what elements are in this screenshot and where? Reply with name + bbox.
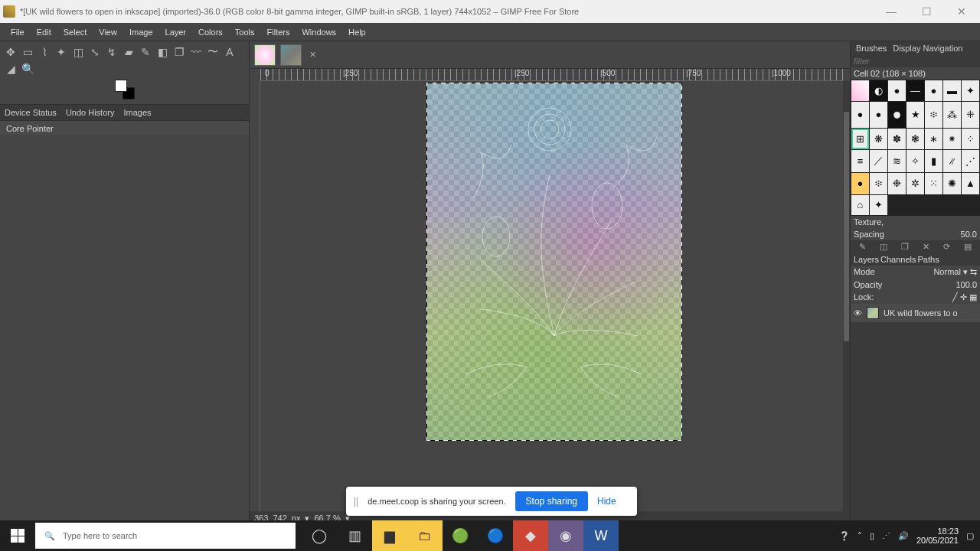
lock-alpha-icon[interactable]: ▦ bbox=[969, 292, 977, 302]
brush-item[interactable]: ✺ bbox=[943, 173, 961, 194]
tab-channels[interactable]: Channels bbox=[880, 255, 916, 264]
path-tool-icon[interactable]: 〜 bbox=[205, 44, 220, 60]
scrollbar-vertical[interactable] bbox=[843, 81, 850, 513]
taskbar-app[interactable]: ▥ bbox=[337, 520, 372, 551]
menu-image[interactable]: Image bbox=[123, 24, 159, 40]
tab-device-status[interactable]: Device Status bbox=[0, 105, 61, 120]
tab-brushes[interactable]: Brushes bbox=[854, 43, 889, 54]
brush-item[interactable]: ⁘ bbox=[962, 129, 979, 149]
brush-item[interactable]: ● bbox=[925, 80, 942, 101]
tray-help-icon[interactable]: ❔ bbox=[839, 531, 850, 541]
brush-item[interactable]: ⁙ bbox=[925, 173, 942, 194]
brush-item[interactable]: ⁂ bbox=[943, 102, 961, 129]
brush-item[interactable]: ● bbox=[851, 102, 869, 129]
layer-row[interactable]: 👁 UK wild flowers to o bbox=[851, 304, 980, 322]
taskbar-app-explorer[interactable]: 🗀 bbox=[407, 520, 443, 551]
move-tool-icon[interactable]: ✥ bbox=[3, 44, 18, 60]
brush-item[interactable]: ● bbox=[888, 102, 906, 129]
image-tab-1[interactable] bbox=[254, 44, 276, 66]
brush-item[interactable]: ≡ bbox=[851, 150, 869, 173]
menu-layer[interactable]: Layer bbox=[159, 24, 193, 40]
transform-tool-icon[interactable]: ⤡ bbox=[87, 44, 103, 60]
brush-item[interactable]: ❉ bbox=[888, 173, 906, 194]
menu-view[interactable]: View bbox=[93, 24, 123, 40]
menu-colors[interactable]: Colors bbox=[192, 24, 229, 40]
brush-item-selected[interactable]: ⊞ bbox=[851, 129, 869, 149]
brush-item[interactable]: ፨ bbox=[870, 173, 887, 194]
taskbar-app-edge[interactable]: 🔵 bbox=[478, 520, 513, 551]
brush-filter-input[interactable]: filter bbox=[854, 57, 870, 66]
taskbar-app-gimp[interactable]: ◉ bbox=[548, 520, 583, 551]
free-select-icon[interactable]: ⌇ bbox=[37, 44, 52, 60]
maximize-button[interactable]: ☐ bbox=[916, 5, 937, 18]
visibility-eye-icon[interactable]: 👁 bbox=[854, 308, 862, 318]
brush-item[interactable]: ／ bbox=[870, 150, 887, 173]
lock-pixels-icon[interactable]: ╱ bbox=[952, 292, 958, 302]
close-button[interactable]: ✕ bbox=[951, 5, 972, 18]
brush-item[interactable]: ✽ bbox=[888, 129, 906, 149]
pause-icon[interactable]: || bbox=[354, 496, 358, 507]
brush-item[interactable]: ⁜ bbox=[962, 102, 979, 129]
device-status-header[interactable]: Core Pointer bbox=[0, 121, 249, 135]
taskbar-app-word[interactable]: W bbox=[583, 520, 619, 551]
fuzzy-select-icon[interactable]: ✦ bbox=[54, 44, 69, 60]
brush-item[interactable]: ✦ bbox=[962, 80, 979, 101]
brush-item[interactable]: ❋ bbox=[870, 129, 887, 149]
brush-item[interactable]: ▬ bbox=[943, 80, 961, 101]
taskbar-app-red[interactable]: ◆ bbox=[513, 520, 548, 551]
brush-item[interactable] bbox=[851, 80, 869, 101]
brush-item[interactable]: ▲ bbox=[962, 173, 979, 194]
notifications-icon[interactable]: ▢ bbox=[966, 531, 974, 541]
tab-undo-history[interactable]: Undo History bbox=[61, 105, 119, 120]
taskbar-app-folder[interactable]: ▆ bbox=[372, 520, 407, 551]
new-brush-icon[interactable]: ◫ bbox=[880, 242, 887, 252]
eraser-tool-icon[interactable]: ◧ bbox=[155, 44, 170, 60]
brush-item[interactable]: ● bbox=[888, 80, 906, 101]
menu-select[interactable]: Select bbox=[57, 24, 93, 40]
brush-item[interactable]: ▮ bbox=[925, 150, 942, 173]
brush-item[interactable]: ፨ bbox=[925, 102, 942, 129]
spacing-value[interactable]: 50.0 bbox=[961, 230, 977, 239]
clone-tool-icon[interactable]: ❐ bbox=[172, 44, 187, 60]
brush-item[interactable]: ✦ bbox=[870, 195, 887, 216]
hide-share-button[interactable]: Hide bbox=[597, 496, 616, 507]
taskbar-clock[interactable]: 18:23 20/05/2021 bbox=[916, 527, 959, 545]
brush-item[interactable]: ✲ bbox=[906, 173, 924, 194]
smudge-tool-icon[interactable]: 〰 bbox=[188, 44, 204, 60]
stop-sharing-button[interactable]: Stop sharing bbox=[515, 491, 588, 511]
taskbar-app-chrome[interactable]: 🟢 bbox=[443, 520, 478, 551]
image-tab-2[interactable] bbox=[280, 44, 302, 66]
brush-item[interactable]: ✧ bbox=[906, 150, 924, 173]
fg-color-swatch[interactable] bbox=[115, 80, 127, 92]
tray-wifi-icon[interactable]: ⋰ bbox=[882, 531, 890, 541]
brush-item[interactable]: ❃ bbox=[906, 129, 924, 149]
fg-bg-swatch[interactable] bbox=[115, 80, 135, 99]
menu-edit[interactable]: Edit bbox=[31, 24, 57, 40]
mode-select[interactable]: Normal bbox=[933, 267, 960, 276]
menu-windows[interactable]: Windows bbox=[296, 24, 342, 40]
bucket-fill-icon[interactable]: ▰ bbox=[121, 44, 136, 60]
tray-chevron-up-icon[interactable]: ˄ bbox=[858, 531, 862, 541]
duplicate-brush-icon[interactable]: ❐ bbox=[901, 242, 909, 252]
pencil-tool-icon[interactable]: ✎ bbox=[138, 44, 153, 60]
tab-display-navigation[interactable]: Display Navigation bbox=[890, 43, 965, 54]
brush-item[interactable]: ⁕ bbox=[943, 129, 961, 149]
warp-tool-icon[interactable]: ↯ bbox=[104, 44, 119, 60]
brush-item[interactable]: ★ bbox=[906, 102, 924, 129]
edit-brush-icon[interactable]: ✎ bbox=[859, 242, 866, 252]
brush-item[interactable]: ⫽ bbox=[943, 150, 961, 173]
brush-item[interactable]: ⌂ bbox=[851, 195, 869, 216]
brush-item[interactable]: ◐ bbox=[870, 80, 887, 101]
layer-name[interactable]: UK wild flowers to o bbox=[884, 308, 958, 318]
close-tab-icon[interactable]: ✕ bbox=[306, 49, 318, 61]
menu-help[interactable]: Help bbox=[342, 24, 372, 40]
start-button[interactable] bbox=[0, 520, 35, 551]
brush-item[interactable]: ⋰ bbox=[962, 150, 979, 173]
opacity-value[interactable]: 100.0 bbox=[956, 280, 977, 289]
menu-file[interactable]: File bbox=[5, 24, 31, 40]
crop-tool-icon[interactable]: ◫ bbox=[70, 44, 86, 60]
menu-tools[interactable]: Tools bbox=[229, 24, 261, 40]
lock-position-icon[interactable]: ✛ bbox=[960, 292, 967, 302]
text-tool-icon[interactable]: A bbox=[222, 44, 237, 60]
brush-item[interactable]: ≋ bbox=[888, 150, 906, 173]
